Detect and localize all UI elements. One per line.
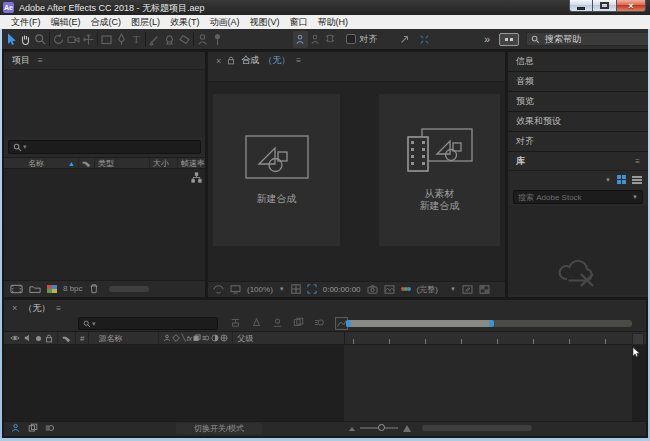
snapshot-icon[interactable] <box>367 285 378 294</box>
type-tool-icon[interactable]: T <box>129 31 144 48</box>
bit-depth-label[interactable]: 8 bpc <box>63 284 83 293</box>
minimize-button[interactable] <box>569 0 593 12</box>
close-button[interactable]: × <box>617 0 646 12</box>
sort-ascending-icon[interactable]: ▲ <box>68 160 75 167</box>
label-column-icon[interactable] <box>62 334 71 343</box>
navigator-playhead[interactable] <box>489 320 494 327</box>
comp-mini-flowchart-icon[interactable] <box>230 317 241 328</box>
toolbar-overflow-chevron[interactable]: » <box>484 33 490 45</box>
motion-blur-icon[interactable] <box>314 317 325 328</box>
zoom-in-mountain-icon[interactable] <box>402 424 412 432</box>
current-time-display[interactable]: 0:00:00:00 <box>323 285 361 294</box>
puppet-pin-tool-icon[interactable] <box>210 31 225 48</box>
toggle-switches-button[interactable]: 切换开关/模式 <box>176 423 262 434</box>
column-source-name[interactable]: 源名称 <box>98 333 122 344</box>
column-name[interactable]: 名称 <box>28 158 44 169</box>
libraries-tab[interactable]: 库 <box>516 155 525 168</box>
snap-crosshair-icon[interactable] <box>417 31 432 48</box>
zoom-out-mountain-icon[interactable] <box>348 425 356 432</box>
color-settings-icon[interactable] <box>47 285 57 293</box>
selection-tool-icon[interactable] <box>3 31 18 48</box>
timeline-hscrollbar[interactable] <box>422 425 532 431</box>
resolution-dropdown[interactable]: (完整) <box>417 284 438 295</box>
stock-search-caret-icon[interactable]: ▼ <box>632 194 638 200</box>
clone-stamp-tool-icon[interactable] <box>162 31 177 48</box>
hide-shy-icon[interactable] <box>272 317 283 328</box>
video-visibility-icon[interactable] <box>10 334 20 342</box>
roto-brush-tool-icon[interactable] <box>195 31 210 48</box>
shy-toggle-icon[interactable] <box>10 423 21 433</box>
solo-icon[interactable] <box>36 336 41 341</box>
project-tab[interactable]: 项目 <box>12 54 30 67</box>
column-parent[interactable]: 父级 <box>237 333 253 344</box>
comp-panel-lock-icon[interactable] <box>227 56 235 65</box>
rotation-tool-icon[interactable] <box>51 31 66 48</box>
comp-tab-title[interactable]: 合成 <box>241 54 259 67</box>
audio-panel-header[interactable]: 音频 <box>508 72 648 91</box>
always-preview-icon[interactable] <box>213 285 224 294</box>
comp-marker-button[interactable] <box>632 333 644 345</box>
preview-panel-header[interactable]: 预览 <box>508 92 648 111</box>
workspace-icon[interactable] <box>499 33 519 46</box>
draft-3d-icon[interactable] <box>251 317 262 328</box>
list-view-icon[interactable] <box>632 176 642 184</box>
menu-window[interactable]: 窗口 <box>285 16 313 29</box>
adobe-stock-search-field[interactable]: 搜索 Adobe Stock ▼ <box>513 190 643 204</box>
hand-tool-icon[interactable] <box>18 31 33 48</box>
brush-tool-icon[interactable] <box>147 31 162 48</box>
snap-arrow-icon[interactable] <box>397 31 412 48</box>
new-folder-icon[interactable] <box>29 284 41 294</box>
project-panel-menu-icon[interactable]: ≡ <box>38 56 43 65</box>
transparency-grid-icon[interactable] <box>479 285 490 294</box>
grid-view-icon[interactable] <box>617 175 626 184</box>
timeline-search-field[interactable]: ▾ <box>78 317 218 330</box>
library-select-caret-icon[interactable]: ▼ <box>605 177 611 183</box>
trash-icon[interactable] <box>89 283 99 294</box>
effects-presets-panel-header[interactable]: 效果和预设 <box>508 112 648 131</box>
column-frame-rate[interactable]: 帧速率 <box>181 158 205 169</box>
eraser-tool-icon[interactable] <box>177 31 192 48</box>
comp-panel-menu-icon[interactable]: ≡ <box>296 56 301 65</box>
column-number[interactable]: # <box>80 334 84 343</box>
menu-help[interactable]: 帮助(H) <box>313 16 354 29</box>
interpret-footage-icon[interactable] <box>10 284 23 294</box>
maximize-button[interactable] <box>593 0 617 12</box>
lock-icon[interactable] <box>45 334 53 343</box>
channel-settings-icon[interactable] <box>401 287 411 291</box>
rectangle-tool-icon[interactable] <box>99 31 114 48</box>
menu-animation[interactable]: 动画(A) <box>205 16 245 29</box>
fast-preview-icon[interactable] <box>462 285 473 294</box>
menu-edit[interactable]: 编辑(E) <box>46 16 86 29</box>
column-size[interactable]: 大小 <box>153 158 169 169</box>
timeline-zoom-slider[interactable] <box>360 427 398 429</box>
time-navigator[interactable] <box>346 320 632 327</box>
magnification-dropdown[interactable]: (100%) <box>247 285 273 294</box>
timeline-tab-close-icon[interactable]: × <box>12 303 17 313</box>
project-flowchart-icon[interactable] <box>191 172 202 183</box>
project-hscrollbar[interactable] <box>109 286 149 292</box>
column-type[interactable]: 类型 <box>98 158 114 169</box>
new-composition-from-footage-button[interactable]: 从素材新建合成 <box>379 94 500 246</box>
show-snapshot-icon[interactable] <box>384 285 395 294</box>
label-column-icon[interactable] <box>82 159 91 168</box>
camera-tool-icon[interactable] <box>66 31 81 48</box>
pan-behind-tool-icon[interactable] <box>81 31 96 48</box>
local-axis-mode-icon[interactable] <box>293 31 308 48</box>
info-panel-header[interactable]: 信息 <box>508 52 648 71</box>
pen-tool-icon[interactable] <box>114 31 129 48</box>
frame-blend-toggle-icon[interactable] <box>28 423 38 433</box>
menu-layer[interactable]: 图层(L) <box>126 16 165 29</box>
main-view-icon[interactable] <box>230 285 241 294</box>
time-ruler[interactable] <box>344 332 632 346</box>
zoom-tool-icon[interactable] <box>33 31 48 48</box>
region-of-interest-icon[interactable] <box>307 284 317 294</box>
menu-effect[interactable]: 效果(T) <box>165 16 205 29</box>
timeline-panel-menu-icon[interactable]: ≡ <box>56 304 61 313</box>
view-axis-mode-icon[interactable] <box>323 31 338 48</box>
grid-options-icon[interactable] <box>291 284 301 294</box>
snap-checkbox[interactable] <box>346 34 356 44</box>
motion-blur-toggle-icon[interactable] <box>45 423 55 433</box>
libraries-menu-icon[interactable]: ≡ <box>635 157 640 166</box>
help-search-field[interactable]: 搜索帮助 <box>526 32 650 46</box>
resolution-caret-icon[interactable]: ▼ <box>450 286 456 292</box>
